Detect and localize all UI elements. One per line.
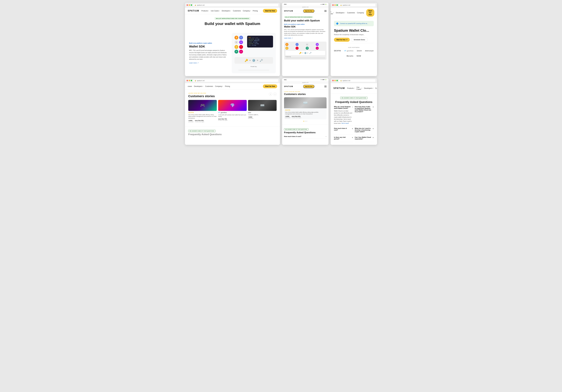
nav-developers-4[interactable]: Developers ▾ xyxy=(364,87,373,89)
mobile-learn-more[interactable]: Learn more ↗ xyxy=(284,37,327,39)
dot-red-4[interactable] xyxy=(332,80,334,81)
url-bar-3[interactable]: spatium.net xyxy=(193,79,278,82)
nav-company-2[interactable]: Company xyxy=(357,12,364,14)
nav-usecases-1[interactable]: Use Cases ▾ xyxy=(211,10,220,12)
faq-toggle-6[interactable]: + xyxy=(373,136,374,139)
external-link-icon: ↗ xyxy=(346,39,347,41)
url-bar-1[interactable]: spatium.net xyxy=(193,4,278,6)
browser-dots-1 xyxy=(187,4,192,6)
nav-customers-1[interactable]: Customers xyxy=(233,10,241,12)
nav-products-4[interactable]: Products ▾ xyxy=(347,87,354,89)
mobile-cta-2[interactable]: Start for free xyxy=(303,85,314,88)
wc-actions-1: Start for free ↗ Schedule Demo xyxy=(334,38,374,42)
arrow-next-1[interactable]: › xyxy=(273,93,277,96)
nav-cust-3[interactable]: Customers xyxy=(205,85,213,87)
code-line-1: POST https://api... xyxy=(248,37,272,38)
faq-toggle-4[interactable]: + xyxy=(373,128,374,130)
faq-item-6: Can I buy Wallet Cloud separately? + xyxy=(355,136,374,142)
mobile-panel-bottom: 9:41 ▪▪▪ WiFi 🔋 spatium.net SPATIUM Star… xyxy=(282,78,328,145)
nav-cta-2[interactable]: Start for free xyxy=(366,9,374,17)
hamburger-1[interactable] xyxy=(324,10,327,12)
m-key-3: 🗝️ xyxy=(309,52,311,54)
dot-red-3[interactable] xyxy=(187,80,188,81)
nav-cta-1[interactable]: Start for free xyxy=(263,9,277,13)
m-icon-btc: ₿ xyxy=(285,43,288,46)
learn-more-1[interactable]: Learn more ↗ xyxy=(189,62,228,64)
faq-toggle-5[interactable]: + xyxy=(352,136,353,139)
wc-title-1: Spatium Wallet Clo... xyxy=(334,28,374,33)
m-key-2: ⚙️ xyxy=(304,52,306,54)
nav-customers-2[interactable]: Customers xyxy=(347,12,355,14)
url-bar-2[interactable]: spatium.net xyxy=(339,4,375,6)
dot-yellow-4[interactable] xyxy=(334,80,336,81)
top-right-container: 9:41 ▪▪▪ WiFi 🔋 spatium.net SPATIUM Star… xyxy=(282,3,377,76)
browser-chrome-3: spatium.net xyxy=(185,78,280,83)
faq-q4-text: What else do I need to develop a functio… xyxy=(355,128,372,132)
mobile-faq-badge: WE ANSWER SOME OF YOUR QUESTIONS xyxy=(284,128,308,131)
faq-q2-text: How long does it take to implement Spati… xyxy=(355,106,372,112)
mobile-battery-icon-2: 🔋 xyxy=(325,79,327,80)
nav-usecases-4[interactable]: Use Cases ▾ xyxy=(356,86,362,90)
dot-red-1[interactable] xyxy=(187,4,188,6)
nav-pricing-1[interactable]: Pricing xyxy=(253,10,258,12)
hamburger-line-2 xyxy=(324,11,327,11)
mobile-time-2: 9:41 xyxy=(284,79,286,80)
faq-toggle-2[interactable]: + xyxy=(373,106,374,108)
nav-dev-3[interactable]: Developers ▾ xyxy=(194,85,203,87)
icon-bnb: B xyxy=(234,45,238,49)
browser-chrome-1: spatium.net xyxy=(185,3,280,8)
url-bar-4[interactable]: spatium.net xyxy=(339,79,375,82)
dot-ind-3 xyxy=(306,121,307,122)
wc-cta-schedule[interactable]: Schedule Demo xyxy=(351,38,368,42)
story-card-dexfin: 🎮 DEXFIN One of the simlest Web3 wallet … xyxy=(188,100,217,123)
mobile-signal-icon-2: ▪▪▪ xyxy=(321,79,322,80)
mobile-visual-inner: ₿ Ξ Ł ◎ B T ₮ ● 🔑 + ⚙️ = xyxy=(284,42,327,60)
dot-green-2[interactable] xyxy=(336,4,338,6)
m-key-1: 🔑 xyxy=(299,52,302,54)
hamburger-2[interactable] xyxy=(324,86,327,87)
story-brand-wire: wire xyxy=(248,112,277,113)
arrow-prev-1[interactable]: ‹ xyxy=(269,93,272,96)
nav-developers-2[interactable]: Developers ▾ xyxy=(336,12,345,14)
mobile-url-bar-2: spatium.net xyxy=(282,81,328,84)
logo-1: SPATIUM xyxy=(188,10,199,12)
customers-section-1: LEARN HOW WE HELPED Customers stories ‹ … xyxy=(185,90,280,125)
nav-usecases-2[interactable]: Use Cases ▾ xyxy=(331,11,334,15)
faq-item-1: Why do I need Spatium web3 Wallet Cloud?… xyxy=(334,106,353,126)
mobile-cta-1[interactable]: Start for free xyxy=(303,9,314,13)
nav-company-1[interactable]: Company ▾ xyxy=(243,10,251,12)
faq-toggle-3[interactable]: + xyxy=(352,128,353,130)
key-icon-2: ⚙️ xyxy=(252,59,256,62)
faq-toggle-1[interactable]: − xyxy=(352,106,353,108)
partner-gem4me: 💎 gem4me xyxy=(344,50,354,52)
icon-sol: ◎ xyxy=(239,40,243,44)
nav-customers-4[interactable]: Customers xyxy=(375,87,377,89)
faq-link-1[interactable]: Get in touch xyxy=(341,123,349,124)
mobile-faq-toggle[interactable]: − xyxy=(326,135,327,138)
dot-yellow-2[interactable] xyxy=(334,4,336,6)
icon-eth: Ξ xyxy=(239,36,243,39)
learn-more-arrow-1: ↗ xyxy=(197,62,199,64)
wc-cta-start[interactable]: Start for free ↗ xyxy=(334,38,350,42)
nav-links-2: Products ▾ Use Cases ▾ Developers ▾ Cust… xyxy=(331,11,364,15)
mobile-faq-section: WE ANSWER SOME OF YOUR QUESTIONS Frequen… xyxy=(282,126,328,140)
nav-developers-1[interactable]: Developers ▾ xyxy=(222,10,231,12)
dot-yellow-3[interactable] xyxy=(189,80,190,81)
chevron-products-1: ▾ xyxy=(208,10,209,12)
nav-products-1[interactable]: Products ▾ xyxy=(201,10,209,12)
mobile-crypto-grid: ₿ Ξ Ł ◎ B T ₮ ● xyxy=(285,43,325,50)
nav-cta-3[interactable]: Start for free xyxy=(263,84,277,88)
chevron-dev-1: ▾ xyxy=(230,10,231,12)
dot-green-1[interactable] xyxy=(191,4,192,6)
dot-yellow-1[interactable] xyxy=(189,4,190,6)
dot-green-3[interactable] xyxy=(191,80,192,81)
mobile-signal-icon: ▪▪▪ xyxy=(321,4,322,5)
dot-green-4[interactable] xyxy=(336,80,338,81)
nav-price-3[interactable]: Pricing xyxy=(225,85,230,87)
story-stats-gem4me: more than 75% of users use crypto xyxy=(218,118,247,121)
divider-1 xyxy=(334,43,374,43)
private-key-bar xyxy=(238,70,269,71)
nav-comp-3[interactable]: Company ▾ xyxy=(215,85,223,87)
dot-red-2[interactable] xyxy=(332,4,334,6)
nav-cases-3[interactable]: cases xyxy=(188,85,192,87)
